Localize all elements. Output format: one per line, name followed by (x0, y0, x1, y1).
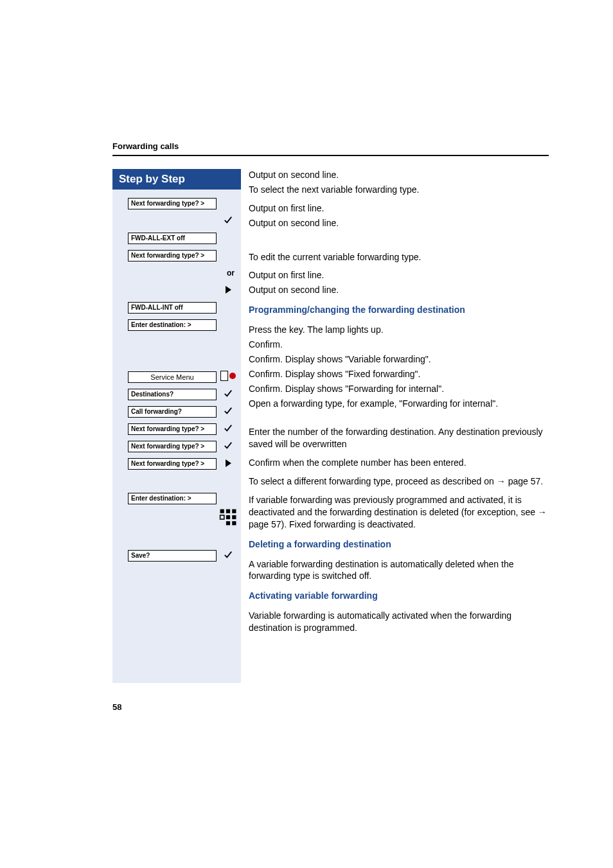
para: Output on second line. (249, 217, 549, 229)
triangle-right-icon (219, 285, 237, 296)
heading-deleting: Deleting a forwarding destination (249, 538, 549, 551)
svg-rect-3 (220, 515, 224, 519)
check-icon (219, 406, 237, 418)
display-enter-destination-2: Enter destination: > (128, 493, 217, 504)
para: Confirm. Display shows "Forwarding for i… (249, 383, 549, 395)
para: Enter the number of the forwarding desti… (249, 426, 549, 450)
para: A variable forwarding destination is aut… (249, 558, 549, 583)
check-icon (219, 215, 237, 227)
step-by-step-panel: Step by Step Next forwarding type? > FWD… (112, 169, 241, 683)
heading-activating: Activating variable forwarding (249, 590, 549, 602)
keypad-icon (219, 508, 237, 529)
display-next-forwarding-4: Next forwarding type? > (128, 441, 217, 452)
check-icon (219, 441, 237, 452)
svg-rect-6 (226, 521, 230, 525)
display-next-forwarding-3: Next forwarding type? > (128, 423, 217, 435)
svg-rect-1 (226, 509, 230, 513)
display-next-forwarding-2: Next forwarding type? > (128, 250, 217, 261)
para: To edit the current variable forwarding … (249, 251, 549, 263)
page-number: 58 (112, 702, 549, 712)
svg-rect-5 (232, 515, 236, 519)
display-destinations: Destinations? (128, 389, 217, 400)
para: If variable forwarding was previously pr… (249, 494, 549, 531)
svg-rect-2 (232, 509, 236, 513)
para: To select a different forwarding type, p… (249, 475, 549, 488)
para: Open a forwarding type, for example, "Fo… (249, 398, 549, 410)
display-next-forwarding-5: Next forwarding type? > (128, 458, 217, 470)
check-icon (219, 550, 237, 562)
para: Confirm. Display shows "Variable forward… (249, 353, 549, 366)
svg-rect-0 (220, 509, 224, 513)
para: To select the next variable forwarding t… (249, 184, 549, 196)
arrow-right-icon: → (497, 476, 506, 486)
para: Variable forwarding is automatically act… (249, 610, 549, 634)
para: Confirm. (249, 339, 549, 351)
display-service-menu: Service Menu (128, 371, 217, 383)
heading-programming: Programming/changing the forwarding dest… (249, 304, 549, 316)
display-enter-destination-1: Enter destination: > (128, 319, 217, 331)
triangle-right-icon (219, 458, 237, 470)
or-divider: or (116, 269, 237, 278)
lamp-icon (219, 371, 237, 384)
display-fwd-ext-off: FWD-ALL-EXT off (128, 233, 217, 244)
display-fwd-int-off: FWD-ALL-INT off (128, 302, 217, 314)
para: Press the key. The lamp lights up. (249, 324, 549, 336)
arrow-right-icon: → (538, 507, 547, 517)
para: Confirm. Display shows "Fixed forwarding… (249, 368, 549, 380)
svg-rect-4 (226, 515, 230, 519)
step-by-step-title: Step by Step (112, 169, 241, 190)
para: Confirm when the complete number has bee… (249, 457, 549, 469)
check-icon (219, 389, 237, 400)
para: Output on first line. (249, 269, 549, 281)
check-icon (219, 423, 237, 435)
header-rule (112, 155, 549, 156)
display-next-forwarding-1: Next forwarding type? > (128, 198, 217, 209)
body-text: Output on second line. To select the nex… (241, 169, 549, 683)
display-save: Save? (128, 550, 217, 562)
svg-rect-7 (232, 521, 236, 525)
para: Output on second line. (249, 169, 549, 181)
display-call-forwarding: Call forwarding? (128, 406, 217, 418)
running-header: Forwarding calls (112, 141, 549, 151)
para: Output on first line. (249, 202, 549, 215)
para: Output on second line. (249, 284, 549, 296)
